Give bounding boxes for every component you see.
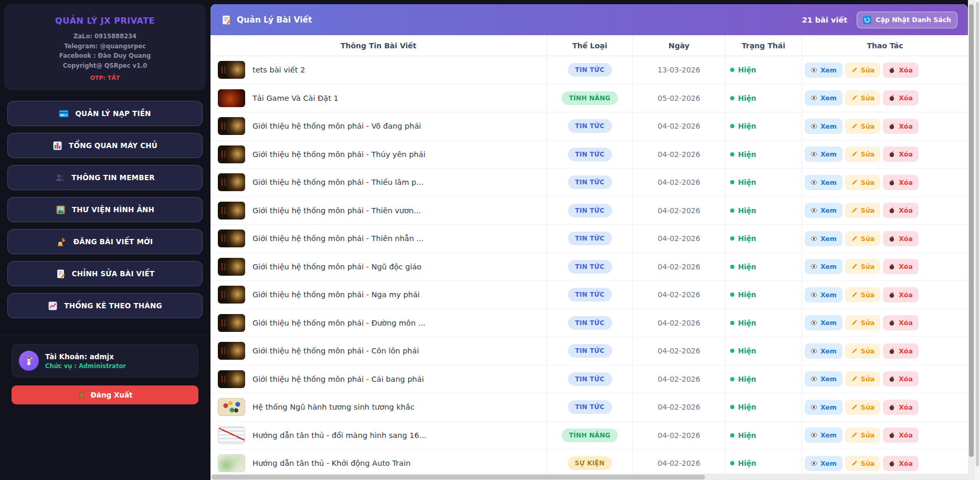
status-label: Hiện bbox=[738, 178, 756, 186]
article-title[interactable]: tets bài viết 2 bbox=[252, 66, 305, 74]
edit-button[interactable]: Sửa bbox=[845, 62, 880, 78]
vertical-scrollbar-outer-thumb[interactable] bbox=[976, 2, 979, 466]
sidebar-item-tong-quan[interactable]: TỔNG QUAN MÁY CHỦ bbox=[7, 133, 203, 158]
category-cell: TIN TỨC bbox=[547, 253, 633, 281]
edit-button[interactable]: Sửa bbox=[845, 400, 880, 415]
delete-button[interactable]: Xóa bbox=[883, 287, 919, 302]
delete-button[interactable]: Xóa bbox=[883, 343, 919, 359]
delete-button[interactable]: Xóa bbox=[883, 203, 919, 218]
delete-button[interactable]: Xóa bbox=[883, 90, 919, 106]
delete-button[interactable]: Xóa bbox=[883, 315, 919, 330]
article-title[interactable]: Giới thiệu hệ thống môn phái - Thiếu lâm… bbox=[252, 178, 424, 186]
horizontal-scrollbar-thumb[interactable] bbox=[212, 475, 705, 479]
sidebar-item-thu-vien-anh[interactable]: THƯ VIỆN HÌNH ẢNH bbox=[7, 197, 203, 222]
edit-button[interactable]: Sửa bbox=[845, 259, 880, 274]
view-button[interactable]: Xem bbox=[805, 119, 842, 134]
view-button[interactable]: Xem bbox=[805, 400, 842, 415]
delete-button[interactable]: Xóa bbox=[883, 371, 919, 387]
delete-button[interactable]: Xóa bbox=[883, 427, 919, 443]
view-button[interactable]: Xem bbox=[805, 315, 842, 330]
delete-button[interactable]: Xóa bbox=[883, 62, 919, 78]
table-row: Giới thiệu hệ thống môn phái - Đường môn… bbox=[210, 309, 968, 338]
view-button[interactable]: Xem bbox=[805, 427, 842, 443]
delete-button[interactable]: Xóa bbox=[883, 456, 919, 471]
view-button[interactable]: Xem bbox=[805, 287, 842, 302]
sidebar-header-card: QUẢN LÝ JX PRIVATE ZaLo: 0915888234 Tele… bbox=[4, 4, 206, 90]
sidebar-item-member[interactable]: THÔNG TIN MEMBER bbox=[7, 165, 203, 190]
view-button[interactable]: Xem bbox=[805, 259, 842, 274]
status-dot-icon bbox=[730, 180, 734, 184]
edit-button[interactable]: Sửa bbox=[845, 287, 880, 302]
delete-button[interactable]: Xóa bbox=[883, 231, 919, 246]
actions-cell: Xem Sửa Xóa bbox=[802, 141, 968, 169]
article-date: 04-02-2026 bbox=[633, 112, 725, 140]
user-card: Tài Khoản: admjx Chức vụ : Administrator bbox=[12, 344, 198, 378]
vertical-scrollbar-outer[interactable] bbox=[975, 0, 980, 480]
category-badge: TÍNH NĂNG bbox=[562, 429, 618, 442]
view-button[interactable]: Xem bbox=[805, 62, 842, 78]
article-title[interactable]: Giới thiệu hệ thống môn phái - Võ đang p… bbox=[252, 122, 421, 130]
view-button[interactable]: Xem bbox=[805, 90, 842, 106]
bomb-icon bbox=[889, 291, 895, 298]
bomb-icon bbox=[889, 460, 895, 467]
edit-button[interactable]: Sửa bbox=[845, 231, 880, 246]
category-cell: SỰ KIỆN bbox=[547, 450, 633, 477]
pencil-icon bbox=[851, 460, 858, 467]
sidebar-item-thong-ke[interactable]: THỐNG KÊ THEO THÁNG bbox=[7, 293, 203, 318]
article-title[interactable]: Giới thiệu hệ thống môn phái - Nga my ph… bbox=[252, 290, 420, 299]
article-title[interactable]: Giới thiệu hệ thống môn phái - Đường môn… bbox=[252, 319, 425, 327]
page-header-left: Quản Lý Bài Viết bbox=[221, 15, 312, 25]
edit-button[interactable]: Sửa bbox=[845, 119, 880, 134]
article-title[interactable]: Giới thiệu hệ thống môn phái - Thiên vươ… bbox=[252, 206, 421, 215]
article-info-cell: Hướng dẫn tân thủ - Khởi động Auto Train bbox=[210, 450, 547, 477]
sidebar-item-dang-bai-moi[interactable]: ĐĂNG BÀI VIẾT MỚI bbox=[7, 229, 203, 254]
delete-button[interactable]: Xóa bbox=[883, 119, 919, 134]
view-button[interactable]: Xem bbox=[805, 175, 842, 190]
vertical-scrollbar-inner-thumb[interactable] bbox=[969, 4, 974, 457]
delete-button[interactable]: Xóa bbox=[883, 175, 919, 190]
sidebar-item-chinh-sua-bai[interactable]: CHỈNH SỬA BÀI VIẾT bbox=[7, 261, 203, 286]
status-label: Hiện bbox=[738, 347, 756, 355]
delete-button[interactable]: Xóa bbox=[883, 147, 919, 162]
view-button[interactable]: Xem bbox=[805, 456, 842, 471]
view-button[interactable]: Xem bbox=[805, 231, 842, 246]
article-title[interactable]: Giới thiệu hệ thống môn phái - Thiên nhẫ… bbox=[252, 234, 424, 243]
edit-button[interactable]: Sửa bbox=[845, 175, 880, 190]
actions-cell: Xem Sửa Xóa bbox=[802, 281, 968, 309]
delete-button[interactable]: Xóa bbox=[883, 259, 919, 274]
edit-button[interactable]: Sửa bbox=[845, 90, 880, 106]
edit-button[interactable]: Sửa bbox=[845, 315, 880, 330]
article-title[interactable]: Giới thiệu hệ thống môn phái - Côn lôn p… bbox=[252, 347, 419, 355]
article-title[interactable]: Hướng dẫn tân thủ - Khởi động Auto Train bbox=[252, 459, 410, 467]
refresh-list-button[interactable]: Cập Nhật Danh Sách bbox=[857, 12, 957, 28]
edit-button[interactable]: Sửa bbox=[845, 371, 880, 387]
view-button[interactable]: Xem bbox=[805, 147, 842, 162]
article-title[interactable]: Hệ thống Ngũ hành tương sinh tương khắc bbox=[252, 403, 415, 411]
edit-button[interactable]: Sửa bbox=[845, 147, 880, 162]
category-cell: TÍNH NĂNG bbox=[547, 85, 633, 112]
eye-icon bbox=[810, 207, 817, 214]
pencil-icon bbox=[851, 67, 858, 74]
edit-button[interactable]: Sửa bbox=[845, 203, 880, 218]
logout-button[interactable]: Đăng Xuất bbox=[12, 385, 198, 404]
article-date: 04-02-2026 bbox=[633, 309, 725, 337]
sidebar-item-nap-tien[interactable]: QUẢN LÝ NẠP TIỀN bbox=[7, 101, 203, 126]
article-title[interactable]: Tải Game Và Cài Đặt 1 bbox=[252, 94, 339, 102]
article-title[interactable]: Giới thiệu hệ thống môn phái - Thúy yên … bbox=[252, 150, 425, 159]
edit-button[interactable]: Sửa bbox=[845, 427, 880, 443]
article-title[interactable]: Hướng dẫn tân thủ - đổi màng hình sang 1… bbox=[252, 431, 426, 440]
delete-button[interactable]: Xóa bbox=[883, 400, 919, 415]
eye-icon bbox=[810, 375, 817, 382]
edit-button[interactable]: Sửa bbox=[845, 456, 880, 471]
horizontal-scrollbar[interactable] bbox=[210, 474, 968, 480]
article-title[interactable]: Giới thiệu hệ thống môn phái - Ngũ độc g… bbox=[252, 263, 421, 271]
article-title[interactable]: Giới thiệu hệ thống môn phái - Cái bang … bbox=[252, 375, 424, 383]
view-button[interactable]: Xem bbox=[805, 371, 842, 387]
edit-button[interactable]: Sửa bbox=[845, 343, 880, 359]
view-button[interactable]: Xem bbox=[805, 343, 842, 359]
table-body: tets bài viết 2 TIN TỨC 13-03-2026 Hiện … bbox=[210, 56, 968, 478]
view-button[interactable]: Xem bbox=[805, 203, 842, 218]
vertical-scrollbar-inner[interactable] bbox=[968, 0, 975, 480]
actions-cell: Xem Sửa Xóa bbox=[802, 56, 968, 84]
status-dot-icon bbox=[730, 208, 734, 213]
